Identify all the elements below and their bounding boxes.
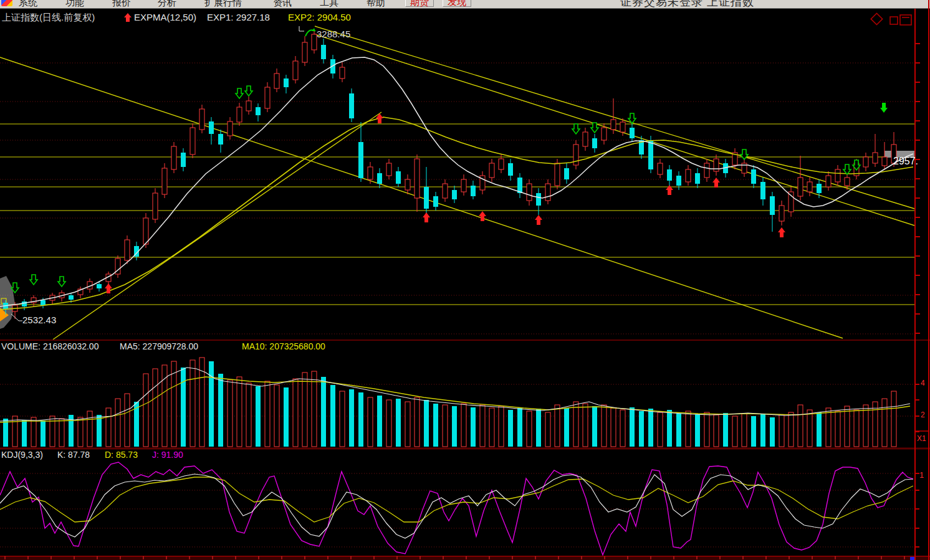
diamond-icon: [871, 13, 882, 24]
sell-signal-arrow-filled-icon: [880, 103, 888, 113]
kdj-k-line: [0, 474, 913, 538]
current-price-box: [884, 151, 915, 158]
buy-signal-arrow-icon: [479, 211, 486, 221]
buy-signal-arrow-icon: [423, 212, 430, 222]
candlestick-series: [3, 30, 896, 319]
drawn-trendline: [0, 57, 843, 338]
scrollbar-fragment: [910, 557, 915, 560]
peak-leader-line: [299, 26, 304, 31]
exp1-line: [0, 57, 913, 306]
bottom-axis-band: [0, 556, 930, 560]
sell-signal-arrow-icon: [30, 275, 37, 285]
low-leader-line: [11, 314, 22, 321]
restore-window-icon[interactable]: [890, 17, 898, 24]
sell-signal-arrow-icon: [245, 86, 252, 96]
drawn-trendline: [53, 112, 381, 339]
charts-canvas[interactable]: [0, 0, 930, 560]
maximize-window-icon[interactable]: [900, 15, 911, 25]
sell-signal-arrow-icon: [236, 88, 243, 98]
trading-app-window: 系统 功能 报价 分析 扩展行情 资讯 工具 帮助 期货 发现 证券交易未登录 …: [0, 0, 930, 560]
buy-signal-arrow-icon: [535, 215, 542, 225]
exp2-line: [0, 117, 913, 310]
sell-signal-arrow-icon: [58, 277, 65, 287]
sell-signal-arrow-icon: [843, 164, 851, 174]
buy-signal-arrow-icon: [712, 178, 720, 187]
buy-signal-arrow-icon: [778, 227, 785, 237]
drawn-trendline: [315, 26, 914, 209]
sell-signal-arrow-icon: [572, 124, 580, 134]
